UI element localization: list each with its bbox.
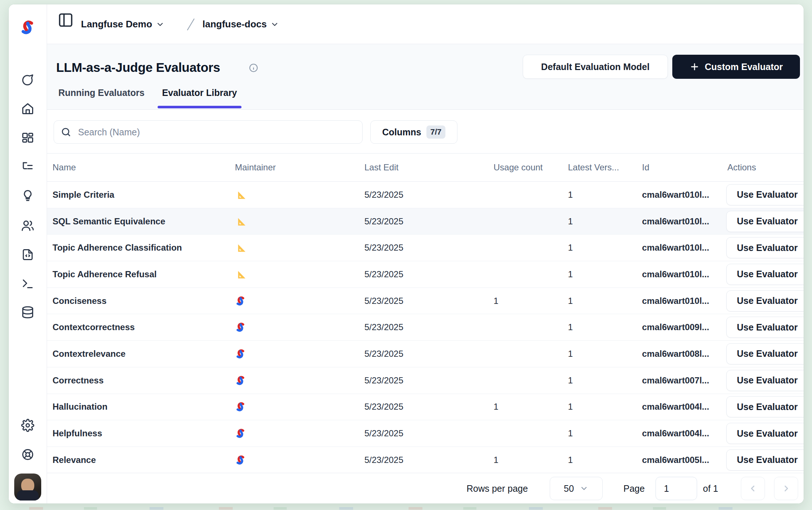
breadcrumb-project[interactable]: langfuse-docs	[202, 4, 279, 44]
evaluator-id: cmal6wart010l...	[642, 243, 709, 253]
table-row[interactable]: Topic Adherence Classification 5/23/2025…	[47, 235, 804, 261]
next-page-button[interactable]	[774, 477, 798, 500]
latest-version: 1	[568, 269, 573, 279]
use-evaluator-button[interactable]: Use Evaluator	[726, 237, 804, 258]
use-evaluator-button[interactable]: Use Evaluator	[726, 449, 804, 471]
evaluator-id: cmal6wart004l...	[642, 428, 709, 438]
settings-gear-icon[interactable]	[21, 419, 34, 432]
last-edit-date: 5/23/2025	[364, 402, 403, 412]
rows-per-page-select[interactable]: 50	[550, 477, 603, 500]
use-evaluator-button[interactable]: Use Evaluator	[726, 370, 804, 391]
table-row[interactable]: Topic Adherence Refusal 5/23/2025 1 cmal…	[47, 261, 804, 288]
terminal-icon[interactable]	[21, 277, 34, 290]
table-toolbar: Columns 7/7	[47, 110, 804, 154]
latest-version: 1	[568, 455, 573, 465]
last-edit-date: 5/23/2025	[364, 322, 403, 332]
file-code-icon[interactable]	[21, 248, 34, 261]
last-edit-date: 5/23/2025	[364, 296, 403, 306]
custom-evaluator-button[interactable]: Custom Evaluator	[672, 55, 800, 79]
table-row[interactable]: Simple Criteria 5/23/2025 1 cmal6wart010…	[47, 182, 804, 208]
table-row[interactable]: Relevance 5/23/2025 1 1 cmal6wart005l...…	[47, 447, 804, 473]
latest-version: 1	[568, 375, 573, 386]
last-edit-date: 5/23/2025	[364, 269, 403, 279]
user-avatar[interactable]	[14, 474, 41, 501]
evaluator-name: Conciseness	[53, 296, 107, 306]
langfuse-logo-icon	[235, 322, 246, 333]
table-row[interactable]: Conciseness 5/23/2025 1 1 cmal6wart010l.…	[47, 288, 804, 314]
table-row[interactable]: Contextcorrectness 5/23/2025 1 cmal6wart…	[47, 314, 804, 341]
page-number-input[interactable]	[656, 477, 697, 500]
use-evaluator-button[interactable]: Use Evaluator	[726, 184, 804, 205]
maintainer-cell	[235, 295, 246, 306]
chevron-down-icon	[580, 484, 588, 493]
usage-count: 1	[494, 296, 498, 306]
page-label: Page	[623, 483, 645, 494]
maintainer-cell	[235, 455, 246, 465]
evaluator-id: cmal6wart008l...	[642, 349, 709, 359]
last-edit-date: 5/23/2025	[364, 349, 403, 359]
database-icon[interactable]	[21, 306, 34, 319]
use-evaluator-button[interactable]: Use Evaluator	[726, 343, 804, 364]
table-row[interactable]: Helpfulness 5/23/2025 1 cmal6wart004l...…	[47, 420, 804, 447]
column-header-id[interactable]: Id	[642, 162, 649, 173]
column-header-actions[interactable]: Actions	[727, 162, 756, 173]
default-evaluation-model-button[interactable]: Default Evaluation Model	[523, 55, 668, 79]
column-header-last-edit[interactable]: Last Edit	[364, 162, 398, 173]
home-icon[interactable]	[21, 102, 34, 115]
evaluator-name: Hallucination	[53, 402, 108, 412]
table-row[interactable]: Hallucination 5/23/2025 1 1 cmal6wart004…	[47, 394, 804, 421]
use-evaluator-button[interactable]: Use Evaluator	[726, 317, 804, 338]
evaluator-id: cmal6wart010l...	[642, 190, 709, 200]
table-row[interactable]: SQL Semantic Equivalence 5/23/2025 1 cma…	[47, 208, 804, 235]
table-header: Name Maintainer Last Edit Usage count La…	[47, 154, 804, 182]
latest-version: 1	[568, 190, 573, 200]
last-edit-date: 5/23/2025	[364, 190, 403, 200]
life-buoy-icon[interactable]	[21, 448, 34, 461]
layout-dashboard-icon[interactable]	[21, 132, 34, 145]
use-evaluator-button[interactable]: Use Evaluator	[726, 211, 804, 232]
users-icon[interactable]	[21, 219, 34, 232]
previous-page-button[interactable]	[741, 477, 765, 500]
search-box[interactable]	[54, 120, 363, 144]
custom-evaluator-label: Custom Evaluator	[705, 62, 783, 72]
lightbulb-icon[interactable]	[21, 189, 34, 202]
use-evaluator-button[interactable]: Use Evaluator	[726, 290, 804, 312]
maintainer-cell	[235, 348, 246, 359]
langfuse-logo-icon[interactable]	[19, 19, 36, 36]
column-header-maintainer[interactable]: Maintainer	[235, 162, 276, 173]
tab-evaluator-library[interactable]: Evaluator Library	[160, 88, 239, 109]
main-content: Columns 7/7 Name Maintainer Last Edit Us…	[47, 110, 804, 503]
latest-version: 1	[568, 243, 573, 253]
columns-button[interactable]: Columns 7/7	[370, 120, 457, 144]
search-input[interactable]	[78, 127, 356, 138]
latest-version: 1	[568, 216, 573, 227]
evaluator-name: Topic Adherence Refusal	[53, 269, 156, 279]
evaluator-name: Contextcorrectness	[53, 322, 135, 332]
message-circle-search-icon[interactable]	[21, 73, 34, 86]
panel-left-toggle-icon[interactable]	[58, 12, 74, 28]
breadcrumb-org[interactable]: Langfuse Demo	[81, 4, 165, 44]
evaluator-name: Helpfulness	[53, 428, 102, 438]
column-header-latest-version[interactable]: Latest Vers...	[568, 162, 619, 173]
use-evaluator-button[interactable]: Use Evaluator	[726, 423, 804, 444]
column-header-name[interactable]: Name	[53, 162, 76, 173]
ragas-triangle-icon	[235, 189, 246, 200]
evaluator-id: cmal6wart007l...	[642, 375, 709, 386]
columns-count-badge: 7/7	[426, 125, 446, 139]
column-header-usage-count[interactable]: Usage count	[494, 162, 543, 173]
last-edit-date: 5/23/2025	[364, 428, 403, 438]
tab-running-evaluators[interactable]: Running Evaluators	[56, 88, 147, 109]
page-total-label: of 1	[703, 483, 718, 494]
table-row[interactable]: Correctness 5/23/2025 1 cmal6wart007l...…	[47, 367, 804, 394]
maintainer-cell	[235, 242, 246, 253]
use-evaluator-button[interactable]: Use Evaluator	[726, 396, 804, 417]
list-tree-icon[interactable]	[21, 161, 34, 174]
info-icon[interactable]	[249, 63, 258, 73]
evaluator-id: cmal6wart010l...	[642, 296, 709, 306]
table-row[interactable]: Contextrelevance 5/23/2025 1 cmal6wart00…	[47, 341, 804, 367]
page-title: LLM-as-a-Judge Evaluators	[56, 60, 220, 75]
use-evaluator-button[interactable]: Use Evaluator	[726, 264, 804, 285]
evaluator-name: Correctness	[53, 375, 104, 386]
maintainer-cell	[235, 189, 246, 200]
maintainer-cell	[235, 375, 246, 386]
